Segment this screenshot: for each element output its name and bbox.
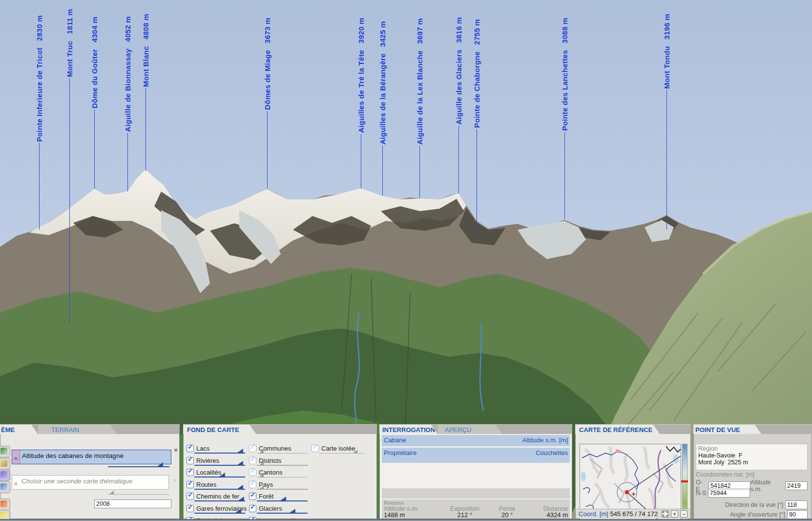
ns-input[interactable] <box>708 489 750 498</box>
slider-thumb[interactable] <box>280 497 286 501</box>
layer-checkbox[interactable]: ✓ <box>187 457 194 464</box>
refmap-header: CARTE DE RÉFÉRENCE <box>575 424 691 434</box>
vp-row-direction: Direction de la vue [°] <box>696 500 808 509</box>
slider-track <box>108 494 169 495</box>
layer-opacity-slider[interactable] <box>257 496 308 501</box>
layer-checkbox[interactable]: ✓ <box>249 457 256 464</box>
vp-summit-value: Mont Joly 2525 m <box>698 459 805 466</box>
layer-item: ✓Carte isolée <box>312 445 365 457</box>
layer-opacity-slider[interactable] <box>194 448 245 454</box>
slider-thumb[interactable] <box>219 473 225 477</box>
coord-value: 545 675 / 74 172 <box>610 510 658 518</box>
layer-opacity-slider[interactable] <box>194 484 245 490</box>
layer-opacity-slider[interactable] <box>194 460 245 466</box>
slider-thumb[interactable] <box>236 449 243 453</box>
check-icon: ✓ <box>250 479 255 487</box>
zoom-out-button[interactable]: − <box>680 510 687 518</box>
aperture-input[interactable] <box>787 510 808 519</box>
chevron-up-icon: ^ <box>12 450 20 464</box>
check-icon: ✓ <box>187 467 193 475</box>
slider-thumb[interactable] <box>259 474 264 477</box>
check-icon: ✓ <box>187 503 193 511</box>
chevron-up-icon: ^ <box>12 476 20 489</box>
query-row-proprietaire: Propriétaire Couchettes <box>382 448 570 463</box>
fullscreen-button[interactable] <box>662 510 669 518</box>
slider-thumb[interactable] <box>157 462 163 467</box>
slider-thumb[interactable] <box>259 462 264 465</box>
layer-checkbox[interactable]: ✓ <box>249 469 256 476</box>
query-row-cabane: Cabane Altitude s.m. [m] <box>382 435 570 446</box>
layer-opacity-slider[interactable] <box>257 448 308 454</box>
layer-checkbox[interactable]: ✓ <box>187 469 194 476</box>
direction-input[interactable] <box>785 500 808 509</box>
slider-thumb[interactable] <box>353 450 357 453</box>
tool-button-map[interactable] <box>0 458 10 470</box>
coordinate-bar: Coord. [m] 545 675 / 74 172 + − <box>576 509 690 519</box>
secondary-map-combobox[interactable]: ^ Choisir une seconde carte thématique <box>12 475 169 490</box>
plus-icon: + <box>673 512 676 517</box>
basemap-column-3: ✓Carte isolée <box>312 445 365 457</box>
layer-checkbox[interactable]: ✓ <box>249 445 256 452</box>
slider-thumb[interactable] <box>259 486 264 489</box>
layer-opacity-slider[interactable] <box>194 508 245 514</box>
tab-fond-de-carte[interactable]: FOND DE CARTE <box>183 425 256 434</box>
slider-thumb[interactable] <box>235 509 241 513</box>
tool-button-layers[interactable] <box>0 469 10 481</box>
check-icon: ✓ <box>250 491 255 499</box>
thematic-map-opacity-slider[interactable] <box>108 462 169 467</box>
field-label-cabane: Cabane <box>384 436 406 445</box>
close-thematic-map-button[interactable]: × <box>172 447 179 454</box>
viewpoint-info-box: Région Haute-Savoie F Mont Joly 2525 m <box>696 444 808 470</box>
layer-opacity-slider[interactable] <box>257 484 308 490</box>
slider-thumb[interactable] <box>236 485 243 489</box>
slider-track <box>257 453 308 454</box>
layer-opacity-slider[interactable] <box>257 460 308 466</box>
layer-checkbox[interactable]: ✓ <box>187 481 194 488</box>
tab-terrain[interactable]: TERRAIN <box>38 425 117 434</box>
close-secondary-map-button[interactable]: × <box>171 478 178 484</box>
layer-opacity-slider[interactable] <box>194 472 245 478</box>
thematic-map-value: Altitude des cabanes de montagne <box>20 450 125 461</box>
slider-thumb[interactable] <box>109 491 114 494</box>
tab-apercu[interactable]: APERÇU <box>438 425 502 434</box>
check-icon: ✓ <box>312 443 318 451</box>
check-icon: ✓ <box>187 456 193 463</box>
layer-checkbox[interactable]: ✓ <box>249 481 256 488</box>
tool-button-arrow[interactable] <box>0 499 10 510</box>
tool-button-mountain[interactable] <box>0 446 10 457</box>
tab-terrain-label: TERRAIN <box>51 426 79 434</box>
slider-track <box>257 513 308 514</box>
tool-button-window[interactable] <box>0 481 10 493</box>
check-icon: ✓ <box>250 503 255 511</box>
slider-track <box>257 477 308 478</box>
layer-opacity-slider[interactable] <box>257 472 308 478</box>
layer-checkbox[interactable]: ✓ <box>187 505 194 512</box>
secondary-map-slider[interactable] <box>108 489 169 495</box>
year-input[interactable] <box>94 499 171 508</box>
layer-checkbox[interactable]: ✓ <box>187 493 194 500</box>
viewpoint-title: POINT DE VUE <box>695 426 740 434</box>
layer-checkbox[interactable]: ✓ <box>187 445 194 452</box>
layer-checkbox[interactable]: ✓ <box>249 493 256 500</box>
slider-thumb[interactable] <box>238 497 244 501</box>
layer-opacity-slider[interactable] <box>194 496 245 501</box>
tab-theme[interactable]: ÈME <box>0 425 38 434</box>
vp-row-aperture: Angle d'ouverture [°] <box>696 510 808 519</box>
secondary-map-placeholder: Choisir une seconde carte thématique <box>20 476 134 487</box>
vp-region-value: Haute-Savoie F <box>698 452 805 459</box>
layer-opacity-slider[interactable] <box>257 508 308 514</box>
layer-checkbox[interactable]: ✓ <box>249 505 256 512</box>
zoom-in-button[interactable]: + <box>671 510 678 518</box>
tab-carte-de-reference[interactable]: CARTE DE RÉFÉRENCE <box>575 425 660 434</box>
layer-opacity-slider[interactable] <box>319 448 364 454</box>
layer-checkbox[interactable]: ✓ <box>312 445 319 452</box>
tab-point-de-vue[interactable]: POINT DE VUE <box>693 425 762 434</box>
slider-thumb[interactable] <box>289 509 295 513</box>
refmap-title: CARTE DE RÉFÉRENCE <box>579 426 652 434</box>
layer-item: ✓Gares ferroviaires <box>187 505 246 517</box>
slider-thumb[interactable] <box>259 450 264 453</box>
tab-interrogation[interactable]: INTERROGATION <box>379 425 438 434</box>
measure-value: 4324 m <box>547 512 568 518</box>
basemap-column-2: ✓Communes✓Districts✓Cantons✓Pays✓Forêt✓G… <box>249 445 309 521</box>
slider-thumb[interactable] <box>236 461 243 465</box>
